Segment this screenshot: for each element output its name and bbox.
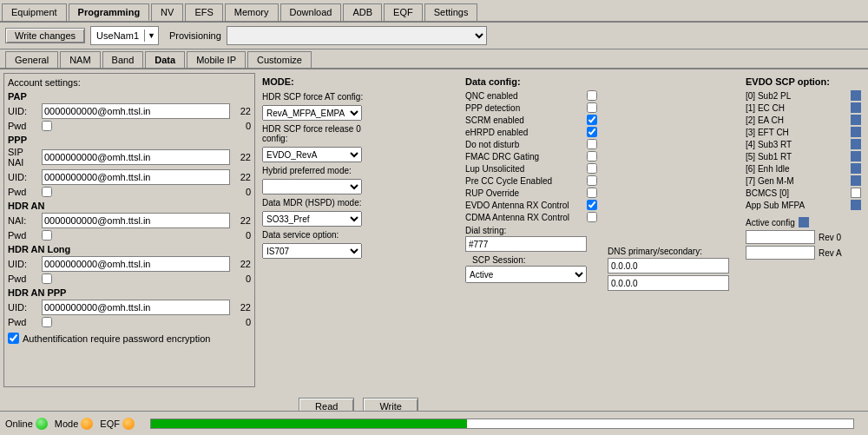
hdranppp-pwd-checkbox[interactable] bbox=[42, 317, 52, 327]
tab-eqf[interactable]: EQF bbox=[384, 3, 423, 21]
tab-download[interactable]: Download bbox=[280, 3, 342, 21]
evdo-row: [0] Sub2 PL bbox=[746, 90, 861, 101]
evdo-item-checkbox[interactable] bbox=[851, 200, 861, 210]
evdo-item-checkbox[interactable] bbox=[851, 127, 861, 137]
data-config-row: Do not disturb bbox=[465, 139, 597, 149]
tab-adb[interactable]: ADB bbox=[343, 3, 382, 21]
data-config-row: FMAC DRC Gating bbox=[465, 151, 597, 161]
ppp-uid-input[interactable] bbox=[42, 169, 230, 185]
hybrid-select[interactable] bbox=[262, 179, 362, 194]
scp-session-select[interactable]: Active Inactive bbox=[465, 266, 587, 283]
hdranppp-pwd-num: 0 bbox=[233, 317, 251, 327]
sub-tab-band[interactable]: Band bbox=[102, 51, 144, 68]
data-config-item-checkbox[interactable] bbox=[587, 212, 597, 222]
hdranppp-uid-input[interactable] bbox=[42, 300, 230, 315]
evdo-row: [3] EFT CH bbox=[746, 127, 861, 137]
status-bar: Online Mode EQF bbox=[0, 411, 868, 435]
eqf-label: EQF bbox=[100, 419, 120, 429]
hdranlong-pwd-checkbox[interactable] bbox=[42, 274, 52, 284]
hdran-pwd-label: Pwd bbox=[8, 230, 38, 241]
hdr-scp-rel0-select[interactable]: EVDO_RevA bbox=[262, 147, 362, 162]
data-mdr-select[interactable]: SO33_Pref bbox=[262, 211, 362, 227]
evdo-title: EVDO SCP option: bbox=[746, 76, 861, 87]
evdo-item-checkbox[interactable] bbox=[851, 90, 861, 101]
tab-equipment[interactable]: Equipment bbox=[2, 3, 67, 21]
account-title: Account settings: bbox=[8, 77, 251, 88]
data-config-item-checkbox[interactable] bbox=[587, 102, 597, 113]
tab-programming[interactable]: Programming bbox=[69, 3, 150, 21]
rev0-label: Rev 0 bbox=[819, 233, 841, 242]
dial-string-input[interactable] bbox=[465, 236, 587, 252]
ppp-sipnai-input[interactable] bbox=[42, 149, 230, 165]
data-config-row: Lup Unsolicited bbox=[465, 163, 597, 174]
sub-tab-customize[interactable]: Customize bbox=[247, 51, 312, 68]
dial-string-label: Dial string: bbox=[465, 226, 597, 235]
data-config-row: RUP Override bbox=[465, 188, 597, 198]
hdran-nai-label: NAI: bbox=[8, 215, 38, 226]
evdo-item-checkbox[interactable] bbox=[851, 115, 861, 125]
evdo-row: [6] Enh Idle bbox=[746, 163, 861, 174]
sub-tab-data[interactable]: Data bbox=[145, 51, 185, 68]
sub-tab-general[interactable]: General bbox=[5, 51, 58, 68]
provisioning-select[interactable] bbox=[227, 26, 487, 45]
data-config-title: Data config: bbox=[465, 76, 597, 87]
hdran-nai-input[interactable] bbox=[42, 213, 230, 228]
tab-nv[interactable]: NV bbox=[151, 3, 183, 21]
ppp-uid-label: UID: bbox=[8, 172, 38, 182]
data-config-row: CDMA Antenna RX Control bbox=[465, 212, 597, 222]
evdo-item-checkbox[interactable] bbox=[851, 151, 861, 161]
dns2-input[interactable] bbox=[608, 275, 729, 291]
evdo-item-checkbox[interactable] bbox=[851, 102, 861, 113]
hdranlong-uid-label: UID: bbox=[8, 259, 38, 269]
evdo-row: [7] Gen M-M bbox=[746, 175, 861, 186]
hdranlong-uid-input[interactable] bbox=[42, 256, 230, 272]
data-config-item-checkbox[interactable] bbox=[587, 127, 597, 137]
data-config-item-checkbox[interactable] bbox=[587, 139, 597, 149]
tab-memory[interactable]: Memory bbox=[225, 3, 279, 21]
mode-icon bbox=[81, 418, 93, 430]
evdo-row: [5] Sub1 RT bbox=[746, 151, 861, 161]
eqf-icon bbox=[122, 418, 135, 430]
provisioning-label: Provisioning bbox=[169, 30, 221, 41]
hdran-group-label: HDR AN bbox=[8, 201, 251, 211]
data-config-item-label: PPP detection bbox=[465, 103, 583, 113]
evdo-item-checkbox[interactable] bbox=[851, 139, 861, 149]
data-config-item-checkbox[interactable] bbox=[587, 163, 597, 174]
ppp-pwd-checkbox[interactable] bbox=[42, 187, 52, 197]
write-changes-button[interactable]: Write changes bbox=[5, 28, 85, 43]
use-nam-dropdown[interactable]: ▼ bbox=[144, 30, 158, 42]
rev0-input[interactable] bbox=[746, 230, 815, 244]
data-config-item-checkbox[interactable] bbox=[587, 200, 597, 210]
tab-settings[interactable]: Settings bbox=[424, 3, 478, 21]
data-config-item-checkbox[interactable] bbox=[587, 90, 597, 101]
evdo-item-checkbox[interactable] bbox=[851, 163, 861, 174]
auth-checkbox[interactable] bbox=[8, 333, 19, 344]
data-config-item-checkbox[interactable] bbox=[587, 175, 597, 186]
data-config-item-checkbox[interactable] bbox=[587, 115, 597, 125]
tab-efs[interactable]: EFS bbox=[185, 3, 222, 21]
evdo-item-checkbox[interactable] bbox=[851, 188, 861, 198]
sub-tab-mobileip[interactable]: Mobile IP bbox=[187, 51, 246, 68]
evdo-item-label: [3] EFT CH bbox=[746, 128, 847, 137]
ppp-sipnai-num: 22 bbox=[233, 152, 251, 162]
pap-uid-input[interactable] bbox=[42, 103, 230, 119]
data-config-item-checkbox[interactable] bbox=[587, 151, 597, 161]
data-config-row: PPP detection bbox=[465, 102, 597, 113]
reva-input[interactable] bbox=[746, 246, 815, 260]
hdran-pwd-checkbox[interactable] bbox=[42, 230, 52, 241]
active-config-checkbox[interactable] bbox=[799, 217, 809, 227]
use-nam-label: UseNam1 bbox=[91, 29, 144, 43]
pap-uid-label: UID: bbox=[8, 106, 38, 116]
pap-pwd-checkbox[interactable] bbox=[42, 121, 52, 131]
evdo-row: BCMCS [0] bbox=[746, 188, 861, 198]
ppp-pwd-label: Pwd bbox=[8, 187, 38, 197]
hdr-scp-at-select[interactable]: RevA_MFPA_EMPA bbox=[262, 105, 362, 121]
data-service-select[interactable]: IS707 bbox=[262, 243, 362, 259]
evdo-item-label: [4] Sub3 RT bbox=[746, 140, 847, 149]
evdo-item-checkbox[interactable] bbox=[851, 175, 861, 186]
sub-tab-nam[interactable]: NAM bbox=[60, 51, 100, 68]
data-config-item-checkbox[interactable] bbox=[587, 188, 597, 198]
dns1-input[interactable] bbox=[608, 258, 729, 274]
ppp-pwd-num: 0 bbox=[233, 187, 251, 197]
scp-session-label: SCP Session: bbox=[465, 255, 597, 265]
